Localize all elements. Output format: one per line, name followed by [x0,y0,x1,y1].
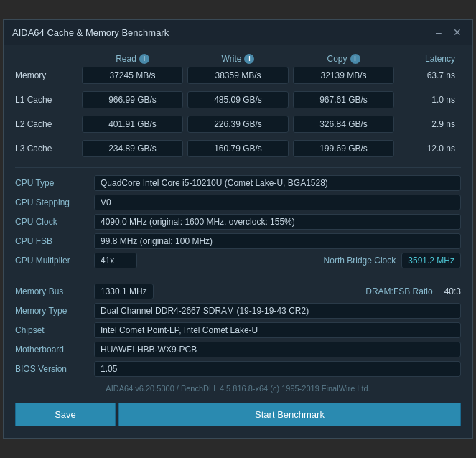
memory-type-value: Dual Channel DDR4-2667 SDRAM (19-19-19-4… [94,303,461,319]
l2-copy: 326.84 GB/s [293,116,394,133]
header-write: Write i [185,54,291,64]
cpu-fsb-label: CPU FSB [15,236,94,246]
read-info-icon[interactable]: i [139,54,149,64]
save-button[interactable]: Save [15,403,116,426]
memory-type-row: Memory Type Dual Channel DDR4-2667 SDRAM… [15,303,461,319]
memory-latency: 63.7 ns [396,70,461,80]
l2-write: 226.39 GB/s [187,116,289,133]
copy-info-icon[interactable]: i [350,54,360,64]
l1-latency: 1.0 ns [396,95,461,105]
main-window: AIDA64 Cache & Memory Benchmark – ✕ Read… [3,19,473,439]
window-title: AIDA64 Cache & Memory Benchmark [12,27,169,38]
dram-fsb-value: 40:3 [444,284,461,299]
row-label-l1: L1 Cache [15,95,80,105]
copy-header-text: Copy [327,54,347,64]
cpu-stepping-row: CPU Stepping V0 [15,195,461,210]
cpu-clock-label: CPU Clock [15,217,94,227]
titlebar: AIDA64 Cache & Memory Benchmark – ✕ [4,20,472,45]
header-read: Read i [80,54,185,64]
dram-fsb-right: DRAM:FSB Ratio 40:3 [365,284,461,299]
content-area: Read i Write i Copy i Latency Memory 372… [4,45,472,438]
cpu-type-row: CPU Type QuadCore Intel Core i5-10210U (… [15,175,461,191]
bios-row: BIOS Version 1.05 [15,361,461,377]
buttons-row: Save Start Benchmark [15,400,461,429]
cpu-clock-row: CPU Clock 4090.0 MHz (original: 1600 MHz… [15,214,461,230]
chipset-label: Chipset [15,325,94,335]
cpu-info-section: CPU Type QuadCore Intel Core i5-10210U (… [15,175,461,268]
motherboard-value: HUAWEI HBB-WX9-PCB [94,342,461,357]
multiplier-left: CPU Multiplier 41x [15,253,317,268]
footer-text: AIDA64 v6.20.5300 / BenchDLL 4.5.816.8-x… [15,384,461,393]
close-button[interactable]: ✕ [451,26,464,39]
bios-value: 1.05 [94,361,461,377]
cpu-fsb-row: CPU FSB 99.8 MHz (original: 100 MHz) [15,233,461,249]
header-latency: Latency [396,54,461,64]
cpu-multiplier-value: 41x [94,253,137,268]
north-bridge-label: North Bridge Clock [324,256,396,266]
read-header-text: Read [116,54,136,64]
window-controls: – ✕ [432,26,464,39]
divider-1 [15,167,461,168]
write-info-icon[interactable]: i [244,54,254,64]
benchmark-table: Read i Write i Copy i Latency Memory 372… [15,54,461,157]
row-label-memory: Memory [15,70,80,80]
north-bridge-right: North Bridge Clock 3591.2 MHz [324,253,461,268]
start-benchmark-button[interactable]: Start Benchmark [118,403,461,426]
l1-read: 966.99 GB/s [82,91,183,108]
l2-latency: 2.9 ns [396,119,461,129]
l1-copy: 967.61 GB/s [293,91,394,108]
header-label-col [15,54,80,64]
motherboard-row: Motherboard HUAWEI HBB-WX9-PCB [15,342,461,357]
memory-write: 38359 MB/s [187,67,289,84]
table-row: L2 Cache 401.91 GB/s 226.39 GB/s 326.84 … [15,116,461,133]
table-row: L3 Cache 234.89 GB/s 160.79 GB/s 199.69 … [15,140,461,157]
header-copy: Copy i [291,54,396,64]
l2-read: 401.91 GB/s [82,116,183,133]
memory-type-label: Memory Type [15,306,94,316]
motherboard-label: Motherboard [15,345,94,355]
memory-bus-left: Memory Bus 1330.1 MHz [15,284,358,299]
chipset-row: Chipset Intel Comet Point-LP, Intel Come… [15,322,461,338]
cpu-type-label: CPU Type [15,178,94,188]
l3-write: 160.79 GB/s [187,140,289,157]
l1-write: 485.09 GB/s [187,91,289,108]
l3-latency: 12.0 ns [396,144,461,154]
l3-copy: 199.69 GB/s [293,140,394,157]
cpu-clock-value: 4090.0 MHz (original: 1600 MHz, overcloc… [94,214,461,230]
divider-2 [15,276,461,276]
cpu-stepping-value: V0 [94,195,461,210]
cpu-multiplier-label: CPU Multiplier [15,256,94,266]
north-bridge-value: 3591.2 MHz [401,253,461,268]
cpu-stepping-label: CPU Stepping [15,197,94,207]
l3-read: 234.89 GB/s [82,140,183,157]
chipset-value: Intel Comet Point-LP, Intel Comet Lake-U [94,322,461,338]
memory-bus-label: Memory Bus [15,286,94,296]
memory-copy: 32139 MB/s [293,67,394,84]
bios-label: BIOS Version [15,364,94,374]
memory-read: 37245 MB/s [82,67,183,84]
write-header-text: Write [222,54,242,64]
memory-bus-value: 1330.1 MHz [94,284,154,299]
table-row: L1 Cache 966.99 GB/s 485.09 GB/s 967.61 … [15,91,461,108]
dram-fsb-label: DRAM:FSB Ratio [365,286,432,296]
memory-bus-row: Memory Bus 1330.1 MHz DRAM:FSB Ratio 40:… [15,284,461,299]
cpu-fsb-value: 99.8 MHz (original: 100 MHz) [94,233,461,249]
cpu-multiplier-row: CPU Multiplier 41x North Bridge Clock 35… [15,253,461,268]
table-row: Memory 37245 MB/s 38359 MB/s 32139 MB/s … [15,67,461,84]
cpu-type-value: QuadCore Intel Core i5-10210U (Comet Lak… [94,175,461,191]
table-header: Read i Write i Copy i Latency [15,54,461,64]
row-label-l2: L2 Cache [15,119,80,129]
memory-info-section: Memory Bus 1330.1 MHz DRAM:FSB Ratio 40:… [15,284,461,377]
minimize-button[interactable]: – [432,26,445,39]
row-label-l3: L3 Cache [15,144,80,154]
